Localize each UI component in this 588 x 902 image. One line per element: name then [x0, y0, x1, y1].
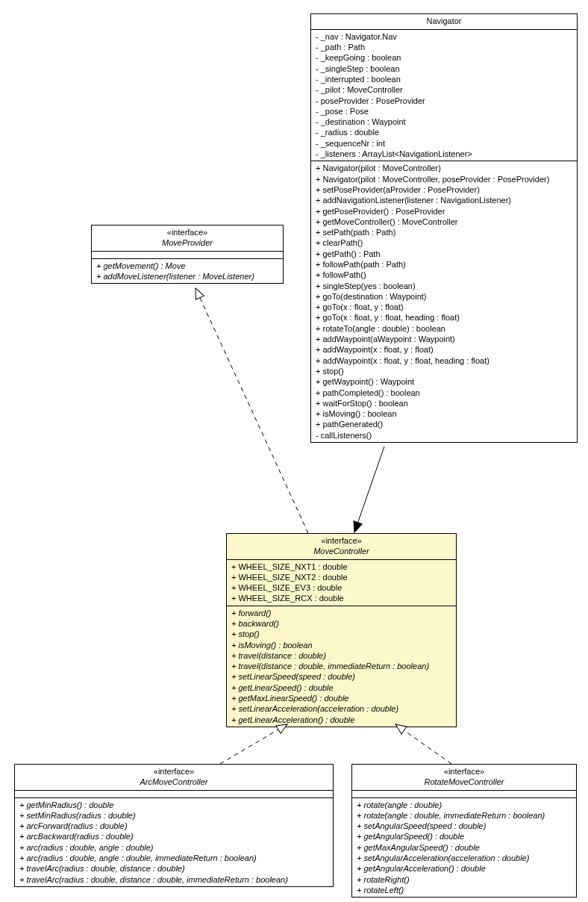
- class-name: MoveProvider: [96, 238, 278, 249]
- methods: + rotate(angle : double) + rotate(angle …: [352, 798, 576, 898]
- class-name: ArcMoveController: [19, 777, 328, 788]
- stereotype: «interface»: [357, 767, 572, 777]
- stereotype: «interface»: [96, 228, 278, 238]
- methods: + getMovement() : Move + addMoveListener…: [92, 259, 283, 284]
- class-rotatemovecontroller: «interface» RotateMoveController + rotat…: [351, 764, 577, 898]
- class-arcmovecontroller: «interface» ArcMoveController + getMinRa…: [14, 764, 334, 887]
- edge-movecontroller-moveprovider: [196, 288, 308, 533]
- attributes: + WHEEL_SIZE_NXT1 : double + WHEEL_SIZE_…: [227, 560, 456, 606]
- class-name: MoveController: [231, 547, 451, 557]
- class-name: RotateMoveController: [357, 777, 572, 788]
- stereotype: «interface»: [19, 767, 328, 777]
- attributes: - _nav : Navigator.Nav - _path : Path - …: [311, 30, 577, 162]
- class-movecontroller: «interface» MoveController + WHEEL_SIZE_…: [226, 533, 457, 727]
- class-navigator: Navigator - _nav : Navigator.Nav - _path…: [310, 13, 578, 443]
- methods: + forward() + backward() + stop() + isMo…: [227, 606, 456, 727]
- methods: + getMinRadius() : double + setMinRadius…: [15, 798, 333, 886]
- class-moveprovider: «interface» MoveProvider + getMovement()…: [91, 225, 284, 284]
- edge-navigator-movecontroller: [354, 447, 384, 532]
- methods: + Navigator(pilot : MoveController) + Na…: [311, 161, 577, 442]
- class-name: Navigator: [316, 16, 572, 27]
- edge-rotatemovecontroller-movecontroller: [395, 724, 451, 764]
- stereotype: «interface»: [231, 536, 451, 547]
- edge-arcmovecontroller-movecontroller: [220, 724, 287, 764]
